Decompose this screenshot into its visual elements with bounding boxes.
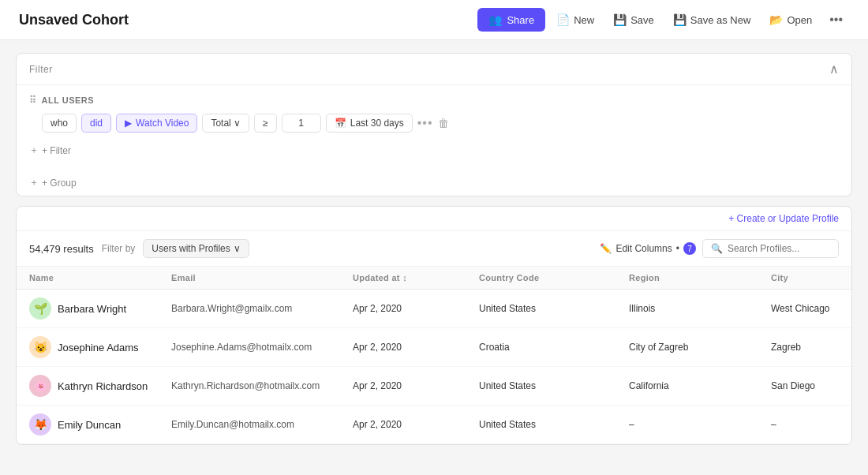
filter-operator-tag[interactable]: ≥ (254, 114, 277, 133)
save-as-new-button[interactable]: 💾 Save as New (665, 9, 759, 31)
col-header-name: Name (29, 267, 171, 289)
avatar: 🌱 (29, 297, 51, 320)
filter-label: Filter (29, 64, 53, 75)
search-box: 🔍 (702, 239, 839, 258)
filter-row-more-button[interactable]: ••• (417, 116, 433, 130)
col-header-updated: Updated at ↕ (353, 267, 479, 289)
filter-row-delete-button[interactable]: 🗑 (438, 117, 449, 129)
add-group-button[interactable]: ＋ + Group (29, 176, 77, 189)
user-region-cell: California (629, 372, 771, 399)
calendar-icon: 📅 (335, 118, 346, 129)
user-email-cell: Josephine.Adams@hotmailx.com (171, 334, 353, 361)
search-profiles-input[interactable] (728, 243, 830, 254)
user-name-cell: 🦊 Emily Duncan (29, 406, 171, 443)
filter-aggregate-tag[interactable]: Total ∨ (202, 114, 249, 133)
open-icon: 📂 (769, 13, 783, 26)
filter-section: Filter ∧ ⠿ ALL USERS who did ▶ Watch Vid… (16, 53, 852, 196)
open-button[interactable]: 📂 Open (761, 9, 820, 31)
new-button[interactable]: 📄 New (548, 9, 602, 31)
user-region-cell: – (629, 411, 771, 438)
chevron-down-icon: ∨ (234, 243, 241, 254)
all-users-label: ⠿ ALL USERS (29, 95, 839, 106)
user-city-cell: Zagreb (771, 334, 839, 361)
results-toolbar: 54,479 results Filter by Users with Prof… (17, 231, 851, 267)
user-country-cell: United States (479, 295, 629, 322)
table-row[interactable]: 🦊 Emily Duncan Emily.Duncan@hotmailx.com… (17, 406, 851, 444)
edit-icon: ✏️ (600, 243, 612, 254)
user-country-cell: United States (479, 372, 629, 399)
results-right: ✏️ Edit Columns • 7 🔍 (600, 239, 839, 258)
save-button[interactable]: 💾 Save (605, 9, 662, 31)
page-title: Unsaved Cohort (19, 12, 129, 28)
results-section: + Create or Update Profile 54,479 result… (16, 206, 852, 445)
top-bar: Unsaved Cohort 👥 Share 📄 New 💾 Save 💾 Sa… (0, 0, 868, 40)
user-name: Kathryn Richardson (58, 380, 148, 392)
user-email-cell: Emily.Duncan@hotmailx.com (171, 411, 353, 438)
filter-header: Filter ∧ (17, 54, 851, 85)
user-name: Emily Duncan (58, 419, 121, 431)
table-row[interactable]: 😺 Josephine Adams Josephine.Adams@hotmai… (17, 328, 851, 367)
filter-collapse-button[interactable]: ∧ (829, 62, 839, 77)
search-icon: 🔍 (711, 243, 723, 254)
user-country-cell: United States (479, 411, 629, 438)
main-content: Filter ∧ ⠿ ALL USERS who did ▶ Watch Vid… (0, 40, 868, 458)
video-icon: ▶ (125, 118, 132, 129)
user-region-cell: Illinois (629, 295, 771, 322)
filter-dropdown-button[interactable]: Users with Profiles ∨ (143, 239, 249, 258)
user-name-cell: 🌱 Barbara Wright (29, 290, 171, 327)
col-header-region: Region (629, 267, 771, 289)
user-email-cell: Barbara.Wright@gmailx.com (171, 295, 353, 322)
filter-row: who did ▶ Watch Video Total ∨ ≥ 📅 Last 3… (42, 114, 839, 133)
edit-columns-button[interactable]: ✏️ Edit Columns • 7 (600, 242, 696, 255)
user-city-cell: – (771, 411, 839, 438)
create-profile-row: + Create or Update Profile (17, 207, 851, 231)
filter-body: ⠿ ALL USERS who did ▶ Watch Video Total … (17, 85, 851, 170)
edit-columns-badge: 7 (683, 242, 696, 255)
user-city-cell: West Chicago (771, 295, 839, 322)
user-country-cell: Croatia (479, 334, 629, 361)
save-as-new-icon: 💾 (673, 13, 687, 26)
user-updated-cell: Apr 2, 2020 (353, 334, 479, 361)
results-count: 54,479 results (29, 243, 94, 255)
table-row[interactable]: 🌱 Barbara Wright Barbara.Wright@gmailx.c… (17, 290, 851, 328)
user-updated-cell: Apr 2, 2020 (353, 372, 479, 399)
table-header: Name Email Updated at ↕ Country Code Reg… (17, 267, 851, 290)
create-profile-button[interactable]: + Create or Update Profile (728, 213, 839, 224)
user-email-cell: Kathryn.Richardson@hotmailx.com (171, 372, 353, 399)
col-header-country: Country Code (479, 267, 629, 289)
filter-value-input[interactable] (282, 114, 321, 133)
col-header-email: Email (171, 267, 353, 289)
more-button[interactable]: ••• (823, 8, 849, 32)
user-updated-cell: Apr 2, 2020 (353, 411, 479, 438)
user-city-cell: San Diego (771, 372, 839, 399)
avatar: 😺 (29, 336, 51, 358)
user-region-cell: City of Zagreb (629, 334, 771, 361)
avatar: 🦊 (29, 413, 51, 436)
group-row: ＋ + Group (17, 170, 851, 196)
new-icon: 📄 (556, 13, 570, 26)
avatar: 🌸 (29, 375, 51, 397)
filter-did-tag[interactable]: did (81, 114, 111, 133)
plus-icon: ＋ (29, 144, 39, 157)
toolbar-actions: 👥 Share 📄 New 💾 Save 💾 Save as New 📂 Ope… (477, 8, 849, 32)
user-name-cell: 😺 Josephine Adams (29, 328, 171, 366)
plus-icon-group: ＋ (29, 176, 39, 189)
user-name-cell: 🌸 Kathryn Richardson (29, 367, 171, 405)
filter-add-row: ＋ + Filter (29, 140, 839, 160)
add-filter-button[interactable]: ＋ + Filter (29, 144, 71, 157)
filter-who-tag[interactable]: who (42, 114, 77, 133)
col-header-city: City (771, 267, 839, 289)
share-button[interactable]: 👥 Share (477, 8, 545, 32)
share-icon: 👥 (488, 13, 502, 26)
table-row[interactable]: 🌸 Kathryn Richardson Kathryn.Richardson@… (17, 367, 851, 406)
save-icon: 💾 (613, 13, 627, 26)
table-body: 🌱 Barbara Wright Barbara.Wright@gmailx.c… (17, 290, 851, 444)
filter-action-tag[interactable]: ▶ Watch Video (116, 114, 197, 133)
user-name: Josephine Adams (58, 342, 139, 353)
results-left: 54,479 results Filter by Users with Prof… (29, 239, 249, 258)
filter-by-label: Filter by (102, 243, 136, 254)
user-updated-cell: Apr 2, 2020 (353, 295, 479, 322)
drag-handle-icon: ⠿ (29, 95, 37, 106)
filter-timeframe-tag[interactable]: 📅 Last 30 days (326, 114, 413, 133)
user-name: Barbara Wright (58, 303, 126, 315)
